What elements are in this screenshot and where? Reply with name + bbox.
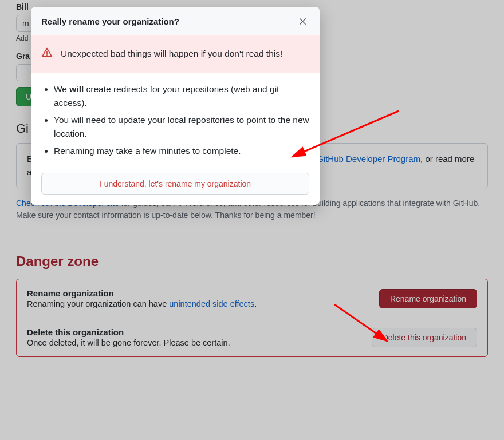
modal-bullet-1: We will create redirects for your reposi… <box>54 82 309 110</box>
modal-body: We will create redirects for your reposi… <box>31 73 320 158</box>
li1-post: create redirects for your repositories (… <box>54 84 279 108</box>
modal-warning-text: Unexpected bad things will happen if you… <box>61 49 282 59</box>
li1-pre: We <box>54 84 69 94</box>
modal-bullet-2: You will need to update your local repos… <box>54 113 309 141</box>
alert-triangle-icon <box>41 47 53 61</box>
confirm-rename-button[interactable]: I understand, let's rename my organizati… <box>41 173 309 195</box>
modal-warning-banner: Unexpected bad things will happen if you… <box>31 35 320 73</box>
modal-close-button[interactable] <box>296 15 309 28</box>
modal-title: Really rename your organization? <box>41 17 296 26</box>
modal-bullet-3: Renaming may take a few minutes to compl… <box>54 144 309 158</box>
li1-bold: will <box>69 84 84 94</box>
close-icon <box>298 17 307 26</box>
rename-confirmation-modal: Really rename your organization? Unexpec… <box>31 7 320 205</box>
